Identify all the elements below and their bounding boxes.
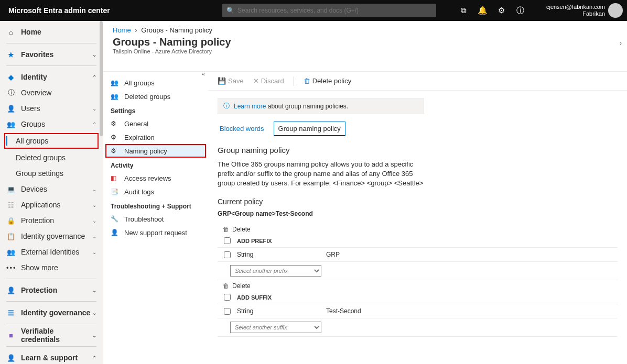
subnav-troubleshoot[interactable]: 🔧 Troubleshoot — [103, 212, 208, 226]
current-policy-heading: Current policy — [218, 197, 618, 206]
nav-identity[interactable]: ◆ Identity ⌃ — [0, 69, 103, 85]
page-subtitle: Tailspin Online - Azure Active Directory — [103, 48, 627, 60]
nav-idgov2-label: Identity governance — [21, 308, 92, 317]
nav-users[interactable]: 👤 Users ⌄ — [0, 101, 103, 116]
subnav-general[interactable]: ⚙ General — [103, 117, 208, 130]
help-icon[interactable]: ⓘ — [511, 6, 529, 16]
chevron-down-icon: ⌄ — [92, 288, 96, 293]
nav-protection[interactable]: 🔒 Protection ⌄ — [0, 213, 103, 228]
discard-button[interactable]: ✕ Discard — [253, 77, 284, 85]
nav-learn-label: Learn & support — [21, 354, 92, 362]
external-icon: 👥 — [6, 248, 16, 256]
global-search[interactable]: 🔍 — [222, 4, 436, 17]
pane: « 👥 All groups 👥 Deleted groups Settings… — [103, 71, 627, 364]
nav-devices[interactable]: 💻 Devices ⌄ — [0, 181, 103, 197]
nav-applications[interactable]: ☷ Applications ⌄ — [0, 197, 103, 213]
apps-icon: ☷ — [6, 201, 16, 209]
nav-identity-governance[interactable]: 📋 Identity governance ⌄ — [0, 228, 103, 244]
chevron-down-icon: ⌄ — [92, 52, 96, 58]
collapse-icon[interactable]: « — [202, 71, 205, 77]
account-block[interactable]: cjensen@fabrikan.com Fabrikan — [529, 4, 608, 17]
nav-favorites[interactable]: ★ Favorites ⌄ — [0, 47, 103, 62]
add-prefix-checkbox[interactable] — [224, 237, 231, 244]
notifications-icon[interactable]: 🔔 — [473, 6, 492, 15]
subnav-access-reviews[interactable]: ◧ Access reviews — [103, 171, 208, 185]
subnav-deleted-groups[interactable]: 👥 Deleted groups — [103, 90, 208, 103]
nav-verifiable-credentials[interactable]: ■ Verifiable credentials ⌄ — [0, 327, 103, 343]
nav-applications-label: Applications — [21, 201, 92, 209]
nav-favorites-label: Favorites — [21, 50, 92, 59]
chevron-up-icon: ⌃ — [92, 355, 96, 361]
left-nav: ⌂ Home ★ Favorites ⌄ ◆ Identity ⌃ ⓘ Over… — [0, 21, 103, 364]
subnav-expiration[interactable]: ⚙ Expiration — [103, 130, 208, 144]
nav-all-groups[interactable]: All groups — [4, 133, 99, 149]
users-icon: 👤 — [6, 105, 16, 113]
discard-icon: ✕ — [253, 77, 259, 85]
save-button[interactable]: 💾 Save — [218, 77, 244, 85]
top-bar: Microsoft Entra admin center 🔍 ⧉ 🔔 ⚙ ⓘ c… — [0, 0, 627, 21]
string-label: String — [237, 307, 326, 315]
nav-identity-label: Identity — [21, 73, 92, 81]
credentials-icon: ■ — [6, 332, 16, 339]
subnav-audit-logs[interactable]: 📑 Audit logs — [103, 185, 208, 198]
sub-nav: « 👥 All groups 👥 Deleted groups Settings… — [103, 72, 208, 364]
chevron-down-icon: ⌄ — [92, 218, 96, 224]
subnav-all-groups[interactable]: 👥 All groups — [103, 76, 208, 90]
nav-vercred-label: Verifiable credentials — [21, 327, 92, 344]
settings-icon[interactable]: ⚙ — [492, 6, 511, 15]
nav-groups[interactable]: 👥 Groups ⌃ — [0, 116, 103, 132]
nav-overview[interactable]: ⓘ Overview — [0, 85, 103, 101]
nav-devices-label: Devices — [21, 185, 92, 193]
identity-icon: ◆ — [6, 73, 16, 81]
nav-external-identities[interactable]: 👥 External Identities ⌄ — [0, 244, 103, 260]
delete-policy-button[interactable]: 🗑 Delete policy — [304, 77, 351, 85]
nav-deleted-groups-label: Deleted groups — [16, 153, 96, 162]
nav-learn-support[interactable]: 👤 Learn & support ⌃ — [0, 350, 103, 364]
prefix-string-checkbox[interactable] — [224, 251, 231, 258]
nav-showmore-label: Show more — [21, 263, 96, 272]
breadcrumb-current: Groups - Naming policy — [141, 26, 212, 34]
gear-icon: ⚙ — [111, 134, 120, 141]
learn-icon: 👤 — [6, 354, 16, 362]
support-icon: 👤 — [111, 229, 120, 236]
breadcrumb-home[interactable]: Home — [113, 26, 131, 34]
search-input[interactable] — [237, 7, 432, 14]
nav-show-more[interactable]: ••• Show more — [0, 260, 103, 275]
info-icon: ⓘ — [223, 102, 230, 111]
nav-identity-gov-section[interactable]: ☰ Identity governance ⌄ — [0, 305, 103, 321]
groups-icon: 👥 — [6, 120, 16, 128]
nav-protection-section[interactable]: 👤 Protection ⌄ — [0, 282, 103, 298]
suffix-string-checkbox[interactable] — [224, 308, 231, 315]
chevron-down-icon: ⌄ — [92, 186, 96, 192]
nav-protection-label: Protection — [21, 216, 92, 225]
chevron-down-icon: ⌄ — [92, 310, 96, 316]
select-prefix-dropdown[interactable]: Select another prefix — [230, 265, 321, 277]
people-icon: 👥 — [111, 79, 120, 86]
expand-icon[interactable]: › — [620, 40, 622, 47]
nav-home[interactable]: ⌂ Home — [0, 24, 103, 40]
subnav-naming-policy[interactable]: ⚙ Naming policy — [105, 144, 206, 158]
avatar[interactable] — [608, 3, 623, 18]
add-suffix-checkbox[interactable] — [224, 294, 231, 301]
gear-icon: ⚙ — [111, 147, 120, 155]
chevron-down-icon: ⌄ — [92, 333, 96, 338]
learn-more-link[interactable]: Learn more — [234, 103, 266, 110]
delete-prefix-row[interactable]: 🗑 Delete — [218, 225, 618, 234]
subnav-all-groups-label: All groups — [124, 79, 155, 87]
suffix-block: 🗑 Delete ADD SUFFIX String Test-Second — [218, 281, 618, 337]
subnav-access-label: Access reviews — [124, 174, 171, 182]
nav-deleted-groups[interactable]: Deleted groups — [0, 150, 103, 166]
chevron-down-icon: ⌄ — [92, 106, 96, 112]
select-suffix-dropdown[interactable]: Select another suffix — [230, 322, 321, 333]
nav-group-settings[interactable]: Group settings — [0, 166, 103, 181]
delete-policy-label: Delete policy — [312, 77, 351, 85]
delete-suffix-row[interactable]: 🗑 Delete — [218, 281, 618, 291]
cloud-shell-icon[interactable]: ⧉ — [454, 6, 473, 15]
subnav-new-support[interactable]: 👤 New support request — [103, 226, 208, 239]
subnav-support-label: New support request — [124, 229, 187, 237]
subnav-expiration-label: Expiration — [124, 134, 155, 141]
chevron-down-icon: ⌄ — [92, 234, 96, 239]
tab-group-naming-policy[interactable]: Group naming policy — [274, 122, 345, 136]
nav-all-groups-label: All groups — [16, 137, 91, 145]
tab-blocked-words[interactable]: Blocked words — [218, 122, 266, 136]
